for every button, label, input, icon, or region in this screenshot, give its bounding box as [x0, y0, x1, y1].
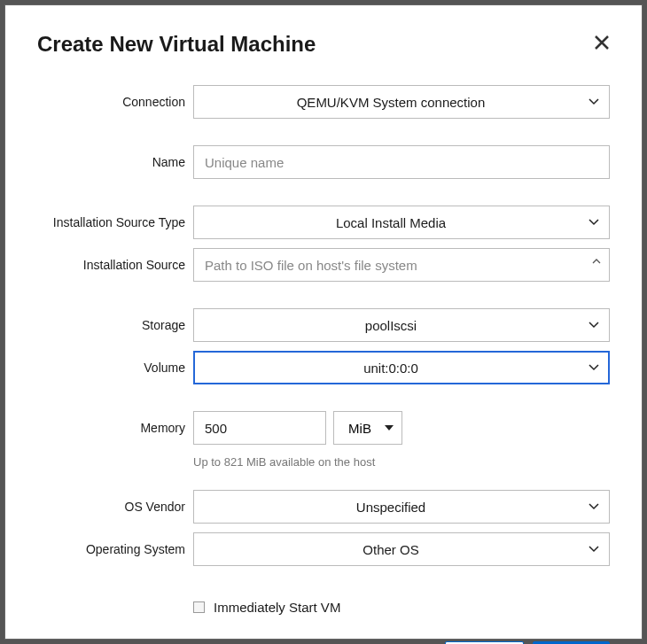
modal-header: Create New Virtual Machine: [37, 32, 610, 57]
close-button[interactable]: [594, 35, 610, 54]
label-storage: Storage: [37, 318, 193, 332]
row-os: Operating System Other OS: [37, 532, 610, 566]
close-icon: [594, 33, 610, 55]
row-os-vendor: OS Vendor Unspecified: [37, 490, 610, 524]
label-install-source: Installation Source: [37, 258, 193, 272]
row-start-vm: Immediately Start VM: [37, 600, 610, 615]
row-volume: Volume unit:0:0:0: [37, 351, 610, 384]
os-select[interactable]: Other OS: [193, 532, 610, 566]
install-source-input[interactable]: [193, 248, 610, 282]
start-vm-label: Immediately Start VM: [214, 600, 340, 615]
label-name: Name: [37, 155, 193, 169]
label-connection: Connection: [37, 95, 193, 109]
start-vm-checkbox[interactable]: [193, 601, 205, 613]
label-memory: Memory: [37, 421, 193, 435]
storage-select[interactable]: poolIscsi: [193, 308, 610, 342]
label-volume: Volume: [37, 361, 193, 375]
row-connection: Connection QEMU/KVM System connection: [37, 85, 610, 119]
row-name: Name: [37, 145, 610, 179]
connection-select[interactable]: QEMU/KVM System connection: [193, 85, 610, 119]
row-memory-helper: Up to 821 MiB available on the host: [37, 450, 610, 469]
name-input[interactable]: [193, 145, 610, 179]
modal-title: Create New Virtual Machine: [37, 32, 316, 57]
row-memory: Memory MiB: [37, 411, 610, 445]
row-storage: Storage poolIscsi: [37, 308, 610, 342]
label-install-type: Installation Source Type: [37, 215, 193, 229]
memory-input[interactable]: [193, 411, 326, 445]
memory-unit-select[interactable]: MiB: [333, 411, 402, 445]
install-type-select[interactable]: Local Install Media: [193, 206, 610, 239]
create-vm-modal: Create New Virtual Machine Connection QE…: [4, 4, 643, 640]
row-install-source: Installation Source: [37, 248, 610, 282]
row-install-type: Installation Source Type Local Install M…: [37, 206, 610, 239]
os-vendor-select[interactable]: Unspecified: [193, 490, 610, 524]
label-os: Operating System: [37, 542, 193, 556]
volume-select[interactable]: unit:0:0:0: [193, 351, 610, 384]
label-os-vendor: OS Vendor: [37, 500, 193, 514]
memory-helper-text: Up to 821 MiB available on the host: [193, 455, 375, 469]
